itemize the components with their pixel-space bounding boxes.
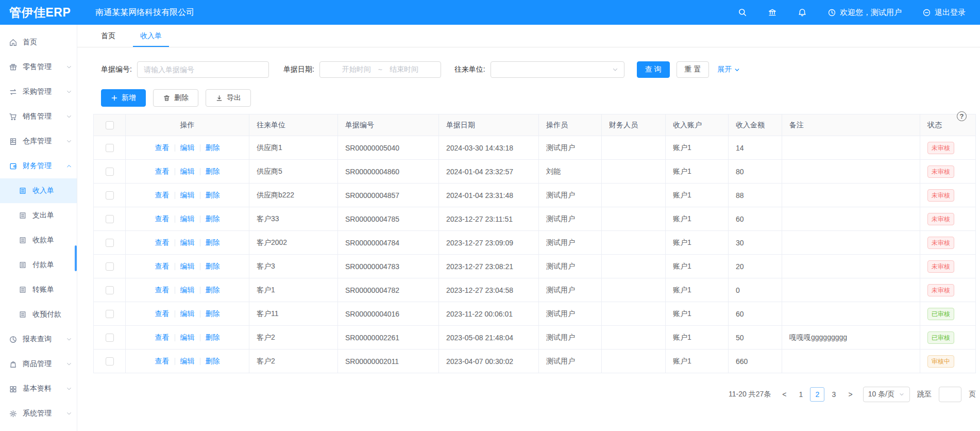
sidebar-item-基本资料[interactable]: 基本资料	[0, 376, 77, 401]
row-checkbox[interactable]	[106, 286, 114, 294]
row-checkbox[interactable]	[106, 334, 114, 342]
row-action-查看[interactable]: 查看	[155, 238, 170, 247]
sidebar: 首页 零售管理 采购管理 销售管理 仓库管理 财务管理 收入单 支出单 收款单 …	[0, 25, 77, 431]
tab-收入单[interactable]: 收入单	[140, 25, 162, 47]
page-number-2[interactable]: 2	[810, 387, 824, 402]
sidebar-item-采购管理[interactable]: 采购管理	[0, 79, 77, 104]
row-checkbox[interactable]	[106, 191, 114, 200]
row-action-编辑[interactable]: 编辑	[180, 214, 195, 224]
row-action-删除[interactable]: 删除	[206, 143, 220, 153]
row-action-编辑[interactable]: 编辑	[180, 333, 195, 342]
delete-button[interactable]: 删除	[153, 89, 198, 107]
row-action-删除[interactable]: 删除	[206, 333, 220, 342]
row-action-编辑[interactable]: 编辑	[180, 238, 195, 247]
row-action-删除[interactable]: 删除	[206, 191, 220, 200]
sidebar-item-销售管理[interactable]: 销售管理	[0, 104, 77, 129]
cell-date: 2023-11-22 00:06:01	[439, 302, 539, 326]
sidebar-item-报表查询[interactable]: 报表查询	[0, 327, 77, 352]
select-all-checkbox[interactable]	[106, 121, 114, 129]
cell-operator: 测试用户	[539, 255, 602, 278]
bill-no-input[interactable]	[137, 61, 269, 78]
row-action-删除[interactable]: 删除	[206, 357, 220, 366]
add-button[interactable]: 新增	[101, 89, 146, 107]
sidebar-item-财务管理[interactable]: 财务管理	[0, 154, 77, 178]
row-checkbox[interactable]	[106, 239, 114, 247]
row-action-删除[interactable]: 删除	[206, 167, 220, 176]
row-checkbox[interactable]	[106, 215, 114, 223]
sidebar-scrollbar-thumb[interactable]	[75, 245, 77, 271]
reset-button[interactable]: 重 置	[677, 61, 709, 78]
row-checkbox[interactable]	[106, 357, 114, 366]
welcome-user[interactable]: 欢迎您，测试用户	[827, 8, 902, 18]
cell-account: 账户1	[666, 302, 729, 326]
sidebar-item-商品管理[interactable]: 商品管理	[0, 352, 77, 376]
row-action-查看[interactable]: 查看	[155, 286, 170, 295]
bell-icon[interactable]	[798, 8, 807, 17]
cell-operator: 测试用户	[539, 136, 602, 160]
link-separator	[175, 358, 175, 365]
row-action-查看[interactable]: 查看	[155, 214, 170, 224]
row-action-编辑[interactable]: 编辑	[180, 143, 195, 153]
prev-page-arrow[interactable]: <	[779, 390, 789, 399]
partner-select[interactable]	[491, 61, 624, 78]
sidebar-item-仓库管理[interactable]: 仓库管理	[0, 129, 77, 154]
row-action-查看[interactable]: 查看	[155, 143, 170, 153]
row-checkbox[interactable]	[106, 144, 114, 152]
row-action-删除[interactable]: 删除	[206, 309, 220, 319]
row-action-编辑[interactable]: 编辑	[180, 309, 195, 319]
search-button[interactable]: 查 询	[637, 61, 670, 78]
row-action-删除[interactable]: 删除	[206, 238, 220, 247]
cell-partner: 客户2	[249, 326, 338, 350]
sidebar-item-收款单[interactable]: 收款单	[0, 228, 77, 253]
chevron-down-icon	[66, 113, 72, 120]
row-action-删除[interactable]: 删除	[206, 262, 220, 271]
cell-remark	[782, 231, 920, 255]
bank-icon[interactable]	[768, 8, 777, 17]
sidebar-item-付款单[interactable]: 付款单	[0, 253, 77, 277]
sidebar-item-系统管理[interactable]: 系统管理	[0, 401, 77, 426]
cell-operator: 测试用户	[539, 231, 602, 255]
tab-首页[interactable]: 首页	[101, 25, 115, 47]
help-icon[interactable]: ?	[957, 111, 967, 121]
cell-partner: 供应商5	[249, 160, 338, 184]
cell-date: 2023-12-27 23:04:58	[439, 278, 539, 302]
row-action-删除[interactable]: 删除	[206, 214, 220, 224]
row-action-查看[interactable]: 查看	[155, 333, 170, 342]
page-number-1[interactable]: 1	[793, 387, 808, 402]
row-action-查看[interactable]: 查看	[155, 309, 170, 319]
sidebar-item-转账单[interactable]: 转账单	[0, 277, 77, 302]
sidebar-item-收预付款[interactable]: 收预付款	[0, 302, 77, 327]
export-button[interactable]: 导出	[206, 89, 251, 107]
sidebar-item-支出单[interactable]: 支出单	[0, 203, 77, 228]
row-actions: 查看编辑删除	[133, 286, 242, 295]
next-page-arrow[interactable]: >	[845, 390, 855, 399]
sidebar-item-label: 收款单	[32, 236, 54, 245]
row-checkbox[interactable]	[106, 262, 114, 271]
row-action-编辑[interactable]: 编辑	[180, 262, 195, 271]
row-action-查看[interactable]: 查看	[155, 191, 170, 200]
search-icon[interactable]	[738, 8, 747, 17]
row-action-编辑[interactable]: 编辑	[180, 286, 195, 295]
row-checkbox[interactable]	[106, 168, 114, 176]
cell-bill-no: SR00000002011	[338, 350, 439, 373]
page-size-select[interactable]: 10 条/页	[863, 387, 910, 402]
sidebar-item-label: 财务管理	[23, 161, 52, 171]
row-action-编辑[interactable]: 编辑	[180, 167, 195, 176]
row-action-查看[interactable]: 查看	[155, 167, 170, 176]
row-action-编辑[interactable]: 编辑	[180, 357, 195, 366]
sidebar-item-label: 支出单	[32, 211, 54, 220]
sidebar-item-零售管理[interactable]: 零售管理	[0, 55, 77, 79]
row-checkbox[interactable]	[106, 310, 114, 318]
row-action-查看[interactable]: 查看	[155, 357, 170, 366]
expand-filters-link[interactable]: 展开	[717, 65, 740, 74]
row-action-编辑[interactable]: 编辑	[180, 191, 195, 200]
sidebar-item-收入单[interactable]: 收入单	[0, 178, 77, 203]
logout-button[interactable]: 退出登录	[922, 8, 966, 18]
jump-page-input[interactable]	[939, 387, 961, 402]
row-action-查看[interactable]: 查看	[155, 262, 170, 271]
row-action-删除[interactable]: 删除	[206, 286, 220, 295]
retail-icon	[9, 63, 18, 72]
page-number-3[interactable]: 3	[826, 387, 841, 402]
sidebar-item-首页[interactable]: 首页	[0, 30, 77, 55]
date-range-picker[interactable]: 开始时间 ~ 结束时间	[319, 61, 441, 78]
